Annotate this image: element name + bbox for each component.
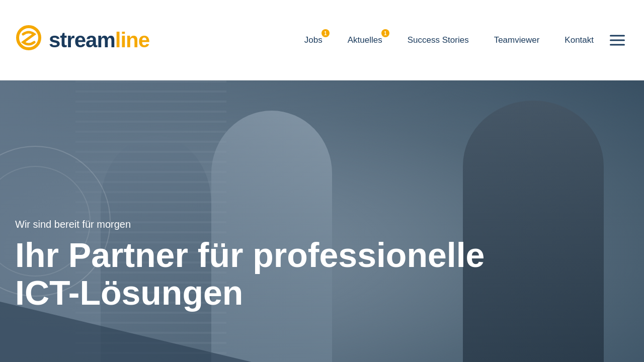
jobs-badge: 1: [321, 29, 330, 37]
header-divider: [0, 80, 644, 80]
hero-content: Wir sind bereit für morgen Ihr Partner f…: [15, 219, 485, 312]
nav-item-aktuelles[interactable]: Aktuelles 1: [348, 35, 382, 45]
aktuelles-badge: 1: [381, 29, 389, 37]
main-nav: Jobs 1 Aktuelles 1 Success Stories Teamv…: [304, 35, 594, 45]
hamburger-line-1: [610, 35, 625, 37]
streamline-logo-icon: [15, 24, 43, 57]
logo[interactable]: streamline: [15, 24, 149, 57]
nav-item-jobs[interactable]: Jobs 1: [304, 35, 323, 45]
nav-item-success-stories[interactable]: Success Stories: [408, 35, 469, 45]
header: streamline Jobs 1 Aktuelles 1 Success St…: [0, 0, 644, 80]
hamburger-line-2: [610, 40, 625, 41]
hero-title: Ihr Partner für professionelle ICT-Lösun…: [15, 236, 485, 312]
logo-text: streamline: [49, 28, 149, 52]
hamburger-menu-button[interactable]: [606, 31, 629, 50]
hero-subtitle: Wir sind bereit für morgen: [15, 219, 485, 230]
nav-item-teamviewer[interactable]: Teamviewer: [494, 35, 540, 45]
nav-item-kontakt[interactable]: Kontakt: [565, 35, 594, 45]
hero-section: Wir sind bereit für morgen Ihr Partner f…: [0, 80, 644, 362]
hamburger-line-3: [610, 44, 625, 46]
